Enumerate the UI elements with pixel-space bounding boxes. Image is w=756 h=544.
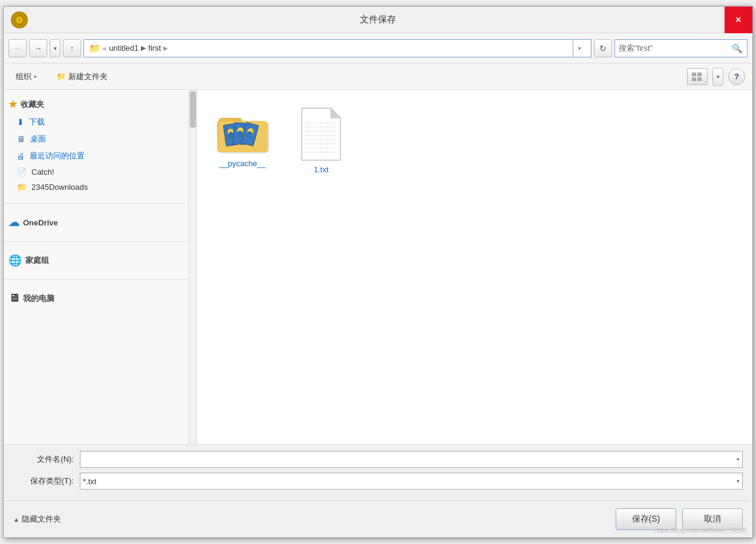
sidebar-header-homegroup[interactable]: 🌐 家庭组 — [4, 250, 197, 271]
sidebar: ★ 收藏夹 ⬇ 下载 🖥 桌面 🖨 最近访问的位置 📄 Catch! — [4, 90, 197, 444]
watermark: https://blog.csdn.net/waixn_10288 — [655, 527, 746, 534]
catch-icon: 📄 — [17, 167, 27, 176]
organize-button[interactable]: 组织 ▾ — [11, 69, 42, 85]
organize-label: 组织 — [16, 71, 31, 82]
dialog-window: 文件保存 × ← → ▾ ↑ 📁 « untitled1 ▶ first ▶ ▾… — [3, 6, 753, 538]
organize-dropdown-arrow: ▾ — [34, 74, 37, 80]
filetype-row: 保存类型(T): *.txt ▾ — [13, 473, 743, 490]
filename-label: 文件名(N): — [13, 454, 80, 465]
up-button[interactable]: ↑ — [63, 39, 81, 57]
forward-button[interactable]: → — [29, 39, 47, 57]
sidebar-sep-3 — [4, 279, 197, 280]
new-folder-button[interactable]: 📁 新建文件夹 — [51, 69, 112, 85]
sidebar-header-mycomputer[interactable]: 🖥 我的电脑 — [4, 288, 197, 308]
svg-rect-6 — [697, 77, 702, 81]
sidebar-item-desktop[interactable]: 🖥 桌面 — [4, 131, 197, 147]
txt-label: 1.txt — [314, 165, 329, 174]
filetype-label: 保存类型(T): — [13, 476, 80, 487]
search-input[interactable] — [619, 44, 728, 53]
sidebar-favorites-label: 收藏夹 — [21, 99, 44, 110]
toolbar-right: ▾ ? — [687, 68, 745, 86]
filename-input[interactable] — [83, 455, 737, 464]
recent-icon: 🖨 — [17, 152, 25, 161]
path-arrow-2: ▶ — [163, 45, 168, 51]
help-button[interactable]: ? — [728, 68, 745, 85]
address-dropdown-button[interactable]: ▾ — [573, 39, 586, 57]
filetype-select[interactable]: *.txt ▾ — [80, 473, 743, 490]
path-segment-first: first — [148, 44, 161, 53]
toolbar: 组织 ▾ 📁 新建文件夹 ▾ ? — [4, 63, 752, 90]
view-button[interactable] — [687, 68, 708, 85]
sidebar-download-label: 下载 — [29, 117, 45, 128]
hide-folders-arrow: ▲ — [13, 516, 19, 523]
svg-rect-4 — [697, 73, 702, 76]
address-path[interactable]: 📁 « untitled1 ▶ first ▶ ▾ — [83, 39, 591, 57]
hide-folders-label: 隐藏文件夹 — [22, 514, 61, 525]
hide-folders-button[interactable]: ▲ 隐藏文件夹 — [13, 514, 61, 525]
form-area: 文件名(N): ▾ 保存类型(T): *.txt ▾ — [4, 444, 752, 500]
search-icon[interactable]: 🔍 — [730, 42, 743, 55]
addressbar: ← → ▾ ↑ 📁 « untitled1 ▶ first ▶ ▾ ↻ 🔍 — [4, 33, 752, 63]
sidebar-onedrive-label: OneDrive — [23, 218, 58, 227]
sidebar-header-favorites: ★ 收藏夹 — [4, 95, 197, 114]
filename-input-wrap: ▾ — [80, 451, 743, 468]
sidebar-section-mycomputer: 🖥 我的电脑 — [4, 283, 197, 313]
sidebar-scroll-thumb[interactable] — [190, 91, 196, 128]
filename-row: 文件名(N): ▾ — [13, 451, 743, 468]
star-icon: ★ — [8, 99, 17, 110]
new-folder-icon: 📁 — [56, 72, 66, 81]
sidebar-section-homegroup: 🌐 家庭组 — [4, 245, 197, 276]
back-button[interactable]: ← — [8, 39, 27, 57]
svg-rect-5 — [692, 77, 696, 81]
download-icon: ⬇ — [17, 117, 24, 127]
sidebar-recent-label: 最近访问的位置 — [30, 151, 85, 161]
svg-rect-3 — [692, 73, 696, 76]
sidebar-2345-label: 2345Downloads — [31, 183, 88, 192]
main-area: ★ 收藏夹 ⬇ 下载 🖥 桌面 🖨 最近访问的位置 📄 Catch! — [4, 90, 752, 444]
sidebar-catch-label: Catch! — [31, 167, 54, 176]
sidebar-item-2345downloads[interactable]: 📁 2345Downloads — [4, 180, 197, 195]
close-button[interactable]: × — [725, 7, 752, 33]
sidebar-sep-1 — [4, 203, 197, 204]
file-item-txt[interactable]: 1.txt — [288, 102, 354, 179]
sidebar-sep-2 — [4, 241, 197, 242]
path-separator-1: « — [103, 45, 106, 52]
sidebar-desktop-label: 桌面 — [30, 134, 46, 144]
filename-dropdown-arrow[interactable]: ▾ — [737, 456, 740, 462]
homegroup-icon: 🌐 — [8, 254, 22, 267]
file-item-pycache[interactable]: __pycache__ — [209, 102, 276, 179]
footer-area: ▲ 隐藏文件夹 保存(S) 取消 — [4, 500, 752, 537]
nav-dropdown-button[interactable]: ▾ — [50, 39, 60, 57]
txt-file-icon — [297, 107, 345, 161]
path-arrow-1: ▶ — [141, 44, 146, 52]
sidebar-item-recent[interactable]: 🖨 最近访问的位置 — [4, 147, 197, 164]
sidebar-scrollbar[interactable] — [188, 90, 197, 444]
titlebar: 文件保存 × — [4, 7, 752, 33]
view-dropdown-button[interactable]: ▾ — [712, 68, 723, 86]
sidebar-section-favorites: ★ 收藏夹 ⬇ 下载 🖥 桌面 🖨 最近访问的位置 📄 Catch! — [4, 90, 197, 199]
file-area: __pycache__ — [197, 90, 752, 444]
sidebar-item-download[interactable]: ⬇ 下载 — [4, 114, 197, 131]
search-box: 🔍 — [614, 39, 748, 57]
address-path-inner: 📁 « untitled1 ▶ first ▶ — [89, 43, 573, 54]
pycache-folder-icon — [215, 107, 270, 155]
pycache-label: __pycache__ — [219, 159, 266, 168]
filetype-value: *.txt — [83, 477, 96, 486]
sidebar-section-onedrive: ☁ OneDrive — [4, 207, 197, 238]
sidebar-header-onedrive[interactable]: ☁ OneDrive — [4, 212, 197, 233]
filetype-dropdown-arrow[interactable]: ▾ — [737, 478, 740, 484]
sidebar-mycomputer-label: 我的电脑 — [23, 293, 54, 304]
desktop-icon: 🖥 — [17, 134, 25, 144]
app-icon — [11, 11, 28, 28]
sidebar-homegroup-label: 家庭组 — [25, 255, 49, 266]
new-folder-label: 新建文件夹 — [68, 71, 108, 82]
refresh-button[interactable]: ↻ — [594, 39, 612, 57]
folder-2345-icon: 📁 — [17, 183, 27, 192]
folder-icon: 📁 — [89, 43, 100, 54]
cloud-icon: ☁ — [8, 216, 19, 229]
dialog-title: 文件保存 — [360, 14, 396, 25]
svg-point-2 — [18, 19, 21, 21]
path-segment-untitled1: untitled1 — [109, 44, 138, 53]
sidebar-item-catch[interactable]: 📄 Catch! — [4, 164, 197, 180]
computer-icon: 🖥 — [8, 292, 19, 305]
